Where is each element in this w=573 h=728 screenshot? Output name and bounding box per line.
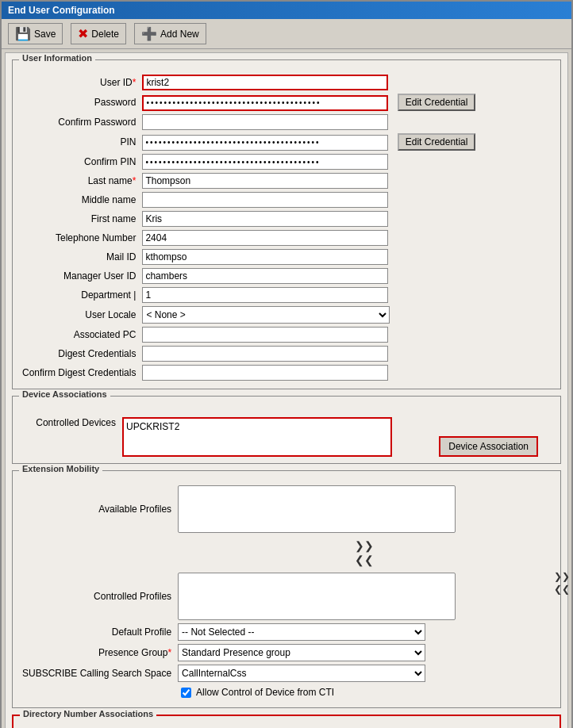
digest-credentials-label: Digest Credentials	[19, 344, 139, 363]
title-bar: End User Configuration	[2, 2, 571, 19]
add-new-button[interactable]: ➕ Add New	[134, 23, 206, 44]
edit-credential-1-button[interactable]: Edit Credential	[398, 94, 476, 111]
main-window: End User Configuration 💾 Save ✖ Delete ➕…	[0, 0, 573, 728]
default-profile-row: Default Profile -- Not Selected --	[19, 622, 554, 642]
mail-id-label: Mail ID	[19, 247, 139, 266]
device-associations-section: Device Associations Controlled Devices U…	[12, 396, 561, 464]
pin-input[interactable]	[142, 135, 388, 151]
mail-id-row: Mail ID	[19, 247, 554, 266]
department-row: Department |	[19, 285, 554, 305]
subscribe-css-row: SUBSCRIBE Calling Search Space CallInter…	[19, 663, 554, 684]
required-marker: *	[133, 77, 137, 88]
department-input[interactable]	[142, 287, 388, 303]
controlled-devices-label: Controlled Devices	[19, 417, 122, 428]
controlled-profiles-row: Controlled Profiles ❯❯ ❮❮	[19, 571, 554, 622]
arrow-down-button[interactable]: ❯❯	[355, 539, 374, 552]
extension-mobility-section: Extension Mobility Available Profiles ❯❯	[12, 470, 561, 708]
telephone-label: Telephone Number	[19, 228, 139, 247]
controlled-profiles-list[interactable]	[178, 573, 456, 620]
associated-pc-label: Associated PC	[19, 325, 139, 344]
default-profile-select[interactable]: -- Not Selected --	[178, 623, 425, 641]
controlled-devices-input[interactable]: UPCKRIST2	[122, 417, 392, 457]
presence-group-row: Presence Group* Standard Presence group	[19, 642, 554, 663]
directory-number-section: Directory Number Associations Primary Ex…	[12, 715, 561, 728]
available-profiles-list[interactable]	[178, 485, 456, 533]
user-id-row: User ID*	[19, 73, 554, 92]
confirm-password-row: Confirm Password	[19, 113, 554, 132]
middle-name-row: Middle name	[19, 190, 554, 209]
extension-mobility-table: Available Profiles ❯❯ ❮❮	[19, 484, 554, 701]
allow-cti-row: Allow Control of Device from CTI	[19, 684, 554, 701]
available-profiles-label: Available Profiles	[19, 484, 175, 535]
extension-mobility-legend: Extension Mobility	[19, 464, 102, 473]
pin-row: PIN Edit Credential	[19, 132, 554, 152]
associated-pc-input[interactable]	[142, 327, 388, 343]
first-name-input[interactable]	[142, 211, 388, 227]
associated-pc-row: Associated PC	[19, 325, 554, 344]
subscribe-css-select[interactable]: CallInternalCss	[178, 665, 425, 682]
save-label: Save	[34, 29, 56, 40]
mail-id-input[interactable]	[142, 249, 388, 265]
digest-credentials-input[interactable]	[142, 346, 388, 362]
toolbar: 💾 Save ✖ Delete ➕ Add New	[2, 19, 571, 49]
confirm-password-input[interactable]	[142, 114, 388, 130]
allow-cti-checkbox[interactable]	[181, 688, 191, 698]
user-id-label: User ID*	[19, 73, 139, 92]
user-locale-label: User Locale	[19, 305, 139, 325]
user-locale-row: User Locale < None >	[19, 305, 554, 325]
department-label: Department |	[19, 285, 139, 305]
delete-icon: ✖	[78, 26, 88, 41]
profile-down-button[interactable]: ❮❮	[554, 584, 570, 595]
default-profile-label: Default Profile	[19, 622, 175, 642]
digest-credentials-row: Digest Credentials	[19, 344, 554, 363]
password-label: Password	[19, 92, 139, 113]
confirm-password-label: Confirm Password	[19, 113, 139, 132]
delete-button[interactable]: ✖ Delete	[71, 23, 126, 44]
edit-credential-2-button[interactable]: Edit Credential	[398, 133, 476, 151]
user-locale-select[interactable]: < None >	[142, 306, 390, 324]
device-association-button[interactable]: Device Association	[439, 436, 538, 457]
user-id-input[interactable]	[142, 75, 388, 90]
directory-number-legend: Directory Number Associations	[20, 709, 156, 718]
confirm-digest-row: Confirm Digest Credentials	[19, 363, 554, 382]
telephone-row: Telephone Number	[19, 228, 554, 247]
profile-up-button[interactable]: ❯❯	[554, 571, 570, 582]
confirm-digest-label: Confirm Digest Credentials	[19, 363, 139, 382]
available-profiles-row: Available Profiles	[19, 484, 554, 535]
confirm-pin-input[interactable]	[142, 154, 388, 170]
window-title: End User Configuration	[8, 5, 115, 16]
subscribe-css-label: SUBSCRIBE Calling Search Space	[19, 663, 175, 684]
last-name-row: Last name*	[19, 171, 554, 190]
telephone-input[interactable]	[142, 230, 388, 246]
controlled-profiles-label: Controlled Profiles	[19, 571, 175, 622]
confirm-pin-label: Confirm PIN	[19, 152, 139, 171]
last-name-label: Last name*	[19, 171, 139, 190]
save-button[interactable]: 💾 Save	[8, 23, 63, 44]
last-name-input[interactable]	[142, 173, 388, 189]
allow-cti-row-content: Allow Control of Device from CTI	[178, 685, 551, 699]
arrow-controls-row: ❯❯ ❮❮	[19, 535, 554, 571]
user-info-table: User ID* Password Edit Credential	[19, 73, 554, 382]
manager-user-id-label: Manager User ID	[19, 266, 139, 285]
password-row: Password Edit Credential	[19, 92, 554, 113]
user-info-section: User Information User ID* Password	[12, 59, 561, 389]
presence-group-select[interactable]: Standard Presence group	[178, 644, 425, 661]
delete-label: Delete	[91, 29, 119, 40]
allow-cti-label: Allow Control of Device from CTI	[196, 687, 334, 698]
add-new-label: Add New	[160, 29, 199, 40]
middle-name-input[interactable]	[142, 192, 388, 208]
confirm-digest-input[interactable]	[142, 365, 388, 381]
presence-group-label: Presence Group*	[19, 642, 175, 663]
user-info-legend: User Information	[19, 53, 95, 63]
arrow-controls: ❯❯ ❮❮	[178, 536, 551, 569]
middle-name-label: Middle name	[19, 190, 139, 209]
save-icon: 💾	[15, 26, 31, 41]
manager-user-id-input[interactable]	[142, 268, 388, 284]
arrow-up-button[interactable]: ❮❮	[355, 554, 374, 566]
controlled-devices-row: Controlled Devices UPCKRIST2	[19, 417, 392, 457]
device-associations-legend: Device Associations	[19, 389, 110, 399]
first-name-row: First name	[19, 209, 554, 228]
password-input[interactable]	[142, 95, 388, 111]
manager-user-id-row: Manager User ID	[19, 266, 554, 285]
main-content: User Information User ID* Password	[5, 52, 568, 728]
